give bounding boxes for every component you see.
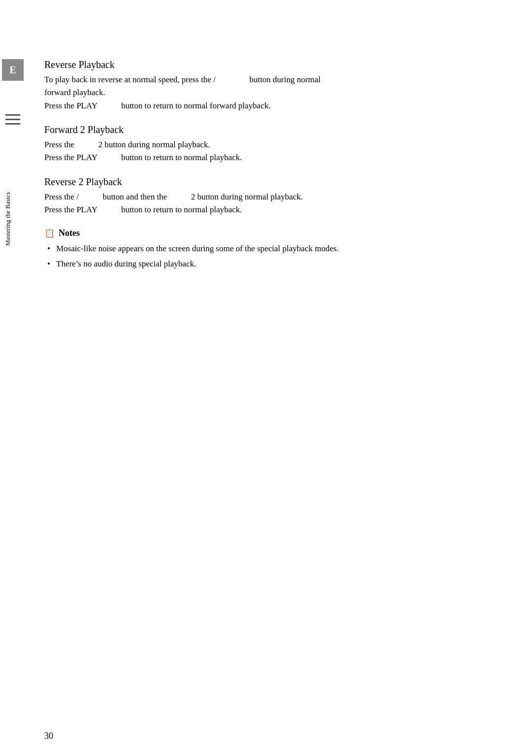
sidebar-text: Mastering the Basics <box>4 192 21 246</box>
section-reverse-2-playback: Reverse 2 Playback Press the / button an… <box>44 176 502 217</box>
sidebar-line-1 <box>5 114 20 116</box>
sidebar-lines <box>5 114 20 125</box>
notes-header: 📋 Notes <box>44 228 502 238</box>
rp-line2: forward playback. <box>44 88 105 97</box>
rp-line1-post: button during normal <box>249 75 320 84</box>
f2p-line2-post: button to return to normal playback. <box>121 153 242 162</box>
reverse-2-playback-title: Reverse 2 Playback <box>44 176 502 188</box>
r2p-button-placeholder <box>81 193 100 202</box>
rp-play-button-placeholder <box>100 102 119 111</box>
notes-title: Notes <box>59 228 80 238</box>
forward-2-playback-title: Forward 2 Playback <box>44 124 502 135</box>
r2p-line1-mid: button and then the <box>102 192 167 201</box>
f2p-line2-pre: Press the PLAY <box>44 153 97 162</box>
rp-line1-pre: To play back in reverse at normal speed,… <box>44 75 216 84</box>
r2p-line1-post: 2 button during normal playback. <box>191 192 303 201</box>
f2p-play-button-placeholder <box>100 154 119 163</box>
e-box: E <box>2 59 24 81</box>
notes-item-1: Mosaic-like noise appears on the screen … <box>46 242 502 255</box>
r2p-line2-post: button to return to normal playback. <box>121 205 242 214</box>
rp-button-placeholder <box>218 76 247 85</box>
r2p-line2-pre: Press the PLAY <box>44 205 97 214</box>
r2p-2-button-placeholder <box>169 193 189 202</box>
notes-item-2: There’s no audio during special playback… <box>46 258 502 270</box>
f2p-line1-pre: Press the <box>44 140 74 149</box>
section-forward-2-playback: Forward 2 Playback Press the 2 button du… <box>44 124 502 164</box>
section-reverse-playback: Reverse Playback To play back in reverse… <box>44 59 502 112</box>
sidebar-line-3 <box>5 123 20 125</box>
f2p-line1-mid: 2 button during normal playback. <box>98 140 210 149</box>
reverse-2-playback-body: Press the / button and then the 2 button… <box>44 191 502 217</box>
f2p-button-placeholder <box>76 141 96 150</box>
main-content: Reverse Playback To play back in reverse… <box>44 59 502 717</box>
notes-icon: 📋 <box>44 228 55 238</box>
rp-line3-post: button to return to normal forward playb… <box>121 101 271 110</box>
e-label: E <box>9 65 16 76</box>
reverse-playback-body: To play back in reverse at normal speed,… <box>44 73 502 112</box>
rp-line3-pre: Press the PLAY <box>44 101 97 110</box>
mastering-label: Mastering the Basics <box>4 192 11 246</box>
r2p-play-button-placeholder <box>100 206 119 215</box>
reverse-playback-title: Reverse Playback <box>44 59 502 70</box>
page-number: 30 <box>44 731 53 741</box>
sidebar-line-2 <box>5 119 20 120</box>
forward-2-playback-body: Press the 2 button during normal playbac… <box>44 138 502 164</box>
page-container: E Mastering the Basics Reverse Playback … <box>0 0 532 756</box>
r2p-line1-pre: Press the / <box>44 192 79 201</box>
notes-section: 📋 Notes Mosaic-like noise appears on the… <box>44 228 502 270</box>
notes-list: Mosaic-like noise appears on the screen … <box>46 242 502 270</box>
